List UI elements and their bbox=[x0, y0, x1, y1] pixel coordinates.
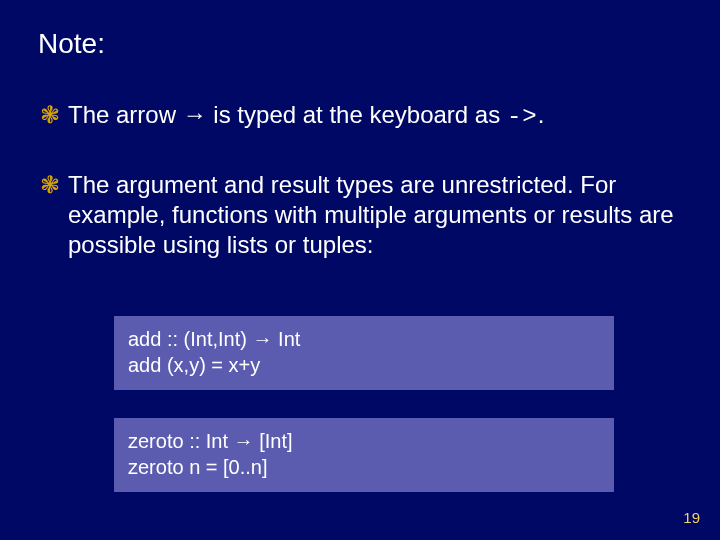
arrow-icon: → bbox=[234, 430, 254, 452]
code-literal: -> bbox=[507, 103, 538, 130]
bullet-segment: . bbox=[538, 101, 545, 128]
bullet-segment: The argument and result types are unrest… bbox=[68, 171, 674, 258]
code-text: zeroto :: Int bbox=[128, 430, 234, 452]
code-line: zeroto :: Int → [Int] bbox=[128, 428, 600, 454]
slide: Note: ❃ The arrow → is typed at the keyb… bbox=[0, 0, 720, 540]
code-line: add (x,y) = x+y bbox=[128, 352, 600, 378]
bullet-segment: is typed at the keyboard as bbox=[207, 101, 507, 128]
bullet-item: ❃ The arrow → is typed at the keyboard a… bbox=[40, 100, 680, 132]
code-text: add :: (Int,Int) bbox=[128, 328, 253, 350]
code-text: Int bbox=[273, 328, 301, 350]
bullet-glyph-icon: ❃ bbox=[40, 170, 60, 260]
bullet-list: ❃ The arrow → is typed at the keyboard a… bbox=[40, 100, 680, 298]
bullet-text: The argument and result types are unrest… bbox=[68, 170, 680, 260]
code-text: [Int] bbox=[254, 430, 293, 452]
arrow-icon: → bbox=[183, 101, 207, 128]
slide-heading: Note: bbox=[38, 28, 105, 60]
arrow-icon: → bbox=[253, 328, 273, 350]
code-line: zeroto n = [0..n] bbox=[128, 454, 600, 480]
bullet-item: ❃ The argument and result types are unre… bbox=[40, 170, 680, 260]
bullet-glyph-icon: ❃ bbox=[40, 100, 60, 132]
bullet-segment: The arrow bbox=[68, 101, 183, 128]
code-box: zeroto :: Int → [Int] zeroto n = [0..n] bbox=[114, 418, 614, 492]
page-number: 19 bbox=[683, 509, 700, 526]
code-line: add :: (Int,Int) → Int bbox=[128, 326, 600, 352]
bullet-text: The arrow → is typed at the keyboard as … bbox=[68, 100, 544, 132]
code-box: add :: (Int,Int) → Int add (x,y) = x+y bbox=[114, 316, 614, 390]
